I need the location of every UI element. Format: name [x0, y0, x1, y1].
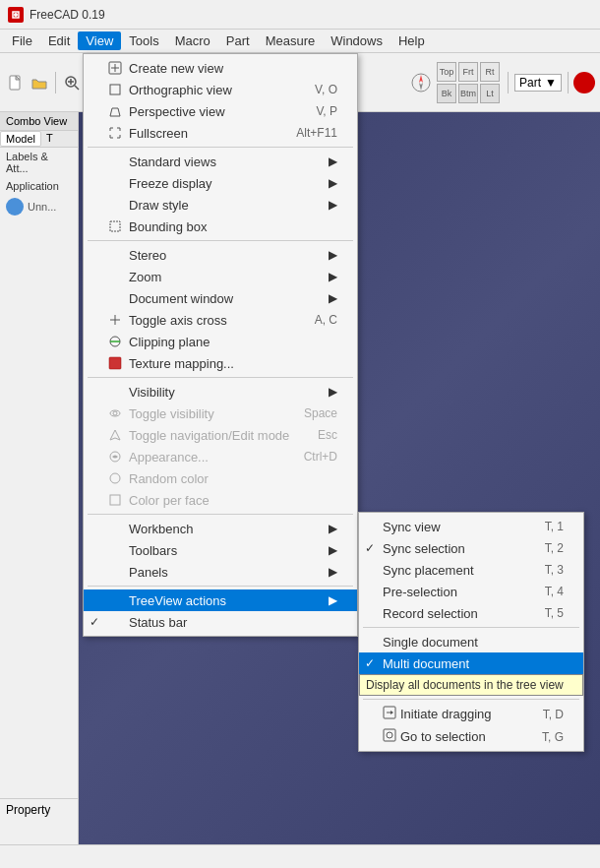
- compass-icon: [410, 72, 432, 93]
- menu-entry-freeze-display[interactable]: Freeze display ▶: [84, 172, 357, 194]
- visibility-label: Visibility: [129, 385, 329, 400]
- menu-entry-workbench[interactable]: Workbench ▶: [84, 518, 357, 539]
- appearance-shortcut: Ctrl+D: [304, 450, 337, 464]
- panels-label: Panels: [129, 565, 329, 580]
- menu-entry-visibility[interactable]: Visibility ▶: [84, 381, 357, 403]
- menu-windows[interactable]: Windows: [323, 31, 390, 50]
- view-cube-front[interactable]: Frt: [458, 62, 478, 82]
- document-window-icon: [107, 290, 123, 306]
- menu-entry-bounding-box[interactable]: Bounding box: [84, 216, 357, 237]
- initiate-dragging-shortcut: T, D: [543, 708, 564, 721]
- menu-view[interactable]: View: [78, 31, 121, 50]
- panel-unnameditem: Unn...: [0, 195, 78, 218]
- part-dropdown-arrow: ▼: [545, 76, 557, 90]
- toggle-axis-icon: [107, 312, 123, 328]
- view-cube-right[interactable]: Rt: [480, 62, 500, 82]
- menu-entry-panels[interactable]: Panels ▶: [84, 561, 357, 583]
- submenu-goto-selection[interactable]: Go to selection T, G: [359, 725, 583, 748]
- menu-entry-toggle-axis[interactable]: Toggle axis cross A, C: [84, 309, 357, 331]
- new-file-button[interactable]: [5, 72, 27, 93]
- submenu-sync-selection[interactable]: ✓ Sync selection T, 2: [359, 537, 583, 559]
- tab-t[interactable]: T: [41, 131, 58, 147]
- fullscreen-icon: [107, 125, 123, 141]
- menu-entry-perspective[interactable]: Perspective view V, P: [84, 100, 357, 122]
- workbench-label: Workbench: [129, 522, 329, 536]
- menu-help[interactable]: Help: [390, 31, 433, 50]
- menu-entry-toolbars[interactable]: Toolbars ▶: [84, 539, 357, 561]
- toolbar-right: Top Frt Rt Bk Btm Lt Part ▼: [409, 62, 596, 103]
- appearance-icon: [107, 449, 123, 465]
- menu-entry-zoom[interactable]: Zoom ▶: [84, 266, 357, 287]
- standard-views-label: Standard views: [129, 155, 329, 169]
- treeview-arrow: ▶: [329, 593, 337, 607]
- appearance-label: Appearance...: [129, 450, 304, 465]
- menu-macro[interactable]: Macro: [167, 31, 218, 50]
- stereo-arrow: ▶: [329, 248, 337, 262]
- svg-marker-34: [390, 711, 393, 714]
- bounding-box-icon: [107, 218, 123, 234]
- submenu-multi-document[interactable]: ✓ Multi document: [359, 652, 583, 674]
- pre-selection-label: Pre-selection: [383, 585, 545, 599]
- submenu-sync-placement[interactable]: Sync placement T, 3: [359, 559, 583, 581]
- sep-3: [88, 377, 353, 378]
- menu-measure[interactable]: Measure: [258, 31, 324, 50]
- perspective-shortcut: V, P: [316, 104, 337, 118]
- tab-model[interactable]: Model: [0, 131, 41, 147]
- submenu-record-selection[interactable]: Record selection T, 5: [359, 602, 583, 624]
- menu-entry-status-bar[interactable]: ✓ Status bar: [84, 611, 357, 633]
- sep-1: [88, 147, 353, 148]
- panel-labels: Labels & Att...: [0, 148, 78, 177]
- menu-entry-standard-views[interactable]: Standard views ▶: [84, 151, 357, 172]
- stereo-icon: [107, 247, 123, 263]
- zoom-arrow: ▶: [329, 270, 337, 283]
- view-cube-left[interactable]: Lt: [480, 84, 500, 103]
- visibility-arrow: ▶: [329, 385, 337, 399]
- clipping-label: Clipping plane: [129, 335, 337, 349]
- menu-tools[interactable]: Tools: [121, 31, 166, 50]
- menu-entry-document-window[interactable]: Document window ▶: [84, 287, 357, 309]
- standard-views-icon: [107, 154, 123, 169]
- combo-view-label: Combo View: [6, 115, 67, 127]
- submenu-sync-view[interactable]: Sync view T, 1: [359, 516, 583, 537]
- menu-entry-create-new-view[interactable]: Create new view: [84, 57, 357, 79]
- treeview-icon: [107, 592, 123, 608]
- part-dropdown[interactable]: Part ▼: [514, 74, 562, 92]
- view-cube-back[interactable]: Bk: [437, 84, 456, 103]
- texture-icon: [107, 355, 123, 371]
- multi-document-check: ✓: [365, 656, 375, 670]
- submenu-sep-1: [363, 627, 579, 628]
- menu-entry-fullscreen[interactable]: Fullscreen Alt+F11: [84, 122, 357, 144]
- menu-file[interactable]: File: [4, 31, 40, 50]
- menu-edit[interactable]: Edit: [40, 31, 78, 50]
- document-window-arrow: ▶: [329, 291, 337, 305]
- menu-entry-stereo[interactable]: Stereo ▶: [84, 244, 357, 266]
- tooltip-multi-document: Display all documents in the tree view: [359, 674, 583, 696]
- freeze-display-label: Freeze display: [129, 176, 329, 191]
- goto-selection-label: Go to selection: [400, 729, 542, 744]
- menu-part[interactable]: Part: [218, 31, 258, 50]
- menu-entry-color-per-face: Color per face: [84, 489, 357, 511]
- menu-entry-random-color: Random color: [84, 467, 357, 489]
- zoom-btn-1[interactable]: [61, 72, 83, 93]
- svg-marker-19: [110, 108, 120, 116]
- menu-bar: File Edit View Tools Macro Part Measure …: [0, 30, 600, 53]
- view-cube-top[interactable]: Top: [437, 62, 456, 82]
- color-per-face-label: Color per face: [129, 493, 337, 508]
- open-file-button[interactable]: [29, 72, 50, 93]
- submenu-initiate-dragging[interactable]: Initiate dragging T, D: [359, 703, 583, 725]
- record-selection-label: Record selection: [383, 606, 545, 621]
- status-bar-icon: [107, 614, 123, 630]
- menu-entry-clipping[interactable]: Clipping plane: [84, 331, 357, 352]
- menu-entry-treeview-actions[interactable]: TreeView actions ▶: [84, 589, 357, 611]
- property-panel-label: Property: [0, 798, 79, 821]
- menu-entry-texture[interactable]: Texture mapping...: [84, 352, 357, 374]
- item-label: Unn...: [28, 201, 56, 213]
- menu-entry-orthographic[interactable]: Orthographic view V, O: [84, 79, 357, 100]
- view-cube-btm[interactable]: Btm: [458, 84, 478, 103]
- svg-marker-13: [419, 75, 423, 83]
- menu-entry-draw-style[interactable]: Draw style ▶: [84, 194, 357, 216]
- stop-button[interactable]: [573, 72, 595, 93]
- submenu-pre-selection[interactable]: Pre-selection T, 4: [359, 581, 583, 602]
- submenu-single-document[interactable]: Single document: [359, 631, 583, 652]
- goto-icon: [383, 728, 396, 745]
